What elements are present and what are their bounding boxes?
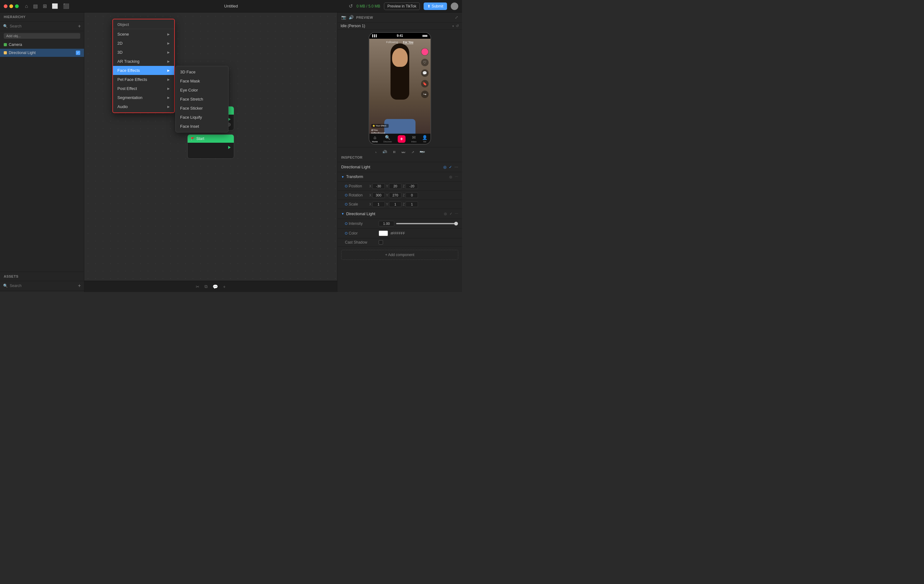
- for-you-tab[interactable]: For You: [403, 41, 413, 44]
- inspector-object-name: Directional Light: [341, 165, 441, 169]
- visible-toggle[interactable]: ◎: [443, 165, 446, 169]
- add-object-badge[interactable]: Add obj...: [4, 33, 80, 39]
- layers-icon[interactable]: ▤: [33, 3, 38, 9]
- color-swatch[interactable]: [379, 230, 388, 236]
- tiktok-me-nav[interactable]: 👤 Me: [422, 135, 427, 143]
- home-icon[interactable]: ⌂: [25, 3, 28, 9]
- transform-more-icon[interactable]: ⋯: [455, 175, 458, 179]
- tiktok-bookmark-btn[interactable]: 🔖: [421, 80, 429, 88]
- refresh-icon[interactable]: ↺: [349, 3, 353, 9]
- rotation-y-value[interactable]: 270: [389, 192, 401, 198]
- dir-light-visible-icon[interactable]: ◎: [444, 212, 447, 216]
- rotation-x-value[interactable]: 300: [373, 192, 385, 198]
- grid-icon[interactable]: ⊞: [43, 3, 47, 9]
- preview-in-tiktok-button[interactable]: Preview in TikTok: [384, 3, 420, 10]
- enable-check-icon[interactable]: ✓: [449, 165, 452, 169]
- tiktok-comment-btn[interactable]: 💬: [421, 69, 429, 77]
- hierarchy-add-button[interactable]: +: [78, 23, 81, 29]
- directional-light-section-header[interactable]: ▼ Directional Light ◎ ✓ ⋯: [337, 209, 462, 219]
- menu-item-2d[interactable]: 2D ▶: [113, 39, 174, 48]
- cast-shadow-checkbox[interactable]: [379, 240, 383, 245]
- transform-visible-icon[interactable]: ◎: [449, 175, 452, 179]
- menu-item-face-effects[interactable]: Face Effects ▶ 3D Face Face Mask Eye Col…: [113, 66, 174, 75]
- phone-time: 9:41: [397, 34, 403, 38]
- hierarchy-search-input[interactable]: [10, 24, 76, 28]
- intensity-control: 1.00: [379, 221, 458, 227]
- phone-container: ▌▌▌ 9:41 ▮▮▮▮ Following For You: [337, 30, 462, 147]
- intensity-slider[interactable]: [396, 223, 458, 224]
- dir-light-check-icon[interactable]: ✓: [449, 212, 452, 216]
- intensity-slider-fill: [396, 223, 458, 224]
- face-effects-arrow-icon: ▶: [167, 69, 170, 72]
- position-circle: [345, 185, 347, 187]
- position-z-value[interactable]: -20: [406, 183, 418, 189]
- start-node[interactable]: 🚩 Start: [187, 134, 234, 159]
- dir-light-more-icon[interactable]: ⋯: [455, 212, 458, 216]
- tiktok-creator-btn[interactable]: [421, 48, 429, 56]
- phone-content: Following For You ♡ 💬 🔖 ↪: [369, 39, 431, 144]
- preview-refresh-icon[interactable]: ↺: [456, 24, 459, 28]
- menu-item-3d[interactable]: 3D ▶: [113, 48, 174, 57]
- tiktok-inbox-nav[interactable]: ✉ Inbox: [411, 135, 416, 143]
- submenu-face-stretch[interactable]: Face Stretch: [176, 94, 228, 104]
- add-node-icon[interactable]: +: [223, 284, 225, 289]
- tiktok-share-btn[interactable]: ↪: [421, 91, 429, 98]
- directional-light-checkbox[interactable]: ✓: [76, 51, 80, 55]
- hierarchy-item-camera[interactable]: Camera: [0, 41, 84, 49]
- submenu-face-sticker[interactable]: Face Sticker: [176, 104, 228, 113]
- tiktok-create-btn[interactable]: +: [398, 135, 406, 143]
- speech-icon[interactable]: 💬: [213, 284, 218, 289]
- submenu-face-liquify[interactable]: Face Liquify: [176, 113, 228, 122]
- inspector-header: INSPECTOR: [337, 153, 462, 162]
- canvas-area[interactable]: Object Scene ▶ 2D ▶ 3D ▶ AR Tracking ▶: [84, 13, 337, 292]
- menu-item-segmentation[interactable]: Segmentation ▶: [113, 93, 174, 102]
- add-component-button[interactable]: + Add component: [341, 250, 458, 260]
- copy-icon[interactable]: ⧉: [205, 284, 208, 289]
- hierarchy-item-directional-light[interactable]: Directional Light ✓: [0, 49, 84, 57]
- menu-item-scene[interactable]: Scene ▶: [113, 30, 174, 39]
- expand-icon[interactable]: ⤢: [455, 15, 458, 20]
- user-avatar[interactable]: [451, 3, 458, 10]
- position-x-value[interactable]: -30: [373, 183, 385, 189]
- assets-add-button[interactable]: +: [78, 283, 81, 289]
- rotation-z-value[interactable]: 0: [406, 192, 418, 198]
- minimize-btn[interactable]: [9, 4, 13, 8]
- submenu-face-mask[interactable]: Face Mask: [176, 76, 228, 86]
- menu-item-post-effect[interactable]: Post Effect ▶: [113, 84, 174, 93]
- menu-item-ar-tracking[interactable]: AR Tracking ▶: [113, 57, 174, 66]
- submenu-3d-face[interactable]: 3D Face: [176, 68, 228, 76]
- tiktok-like-btn[interactable]: ♡: [421, 59, 429, 66]
- camera-icon: 📷: [341, 15, 346, 20]
- following-tab[interactable]: Following: [386, 41, 398, 44]
- inspector-more-icon[interactable]: ⋯: [454, 165, 458, 169]
- rotation-x: X 300: [369, 192, 385, 198]
- directional-light-dot: [4, 51, 7, 55]
- submenu-eye-color[interactable]: Eye Color: [176, 86, 228, 94]
- close-btn[interactable]: [4, 4, 8, 8]
- intensity-slider-thumb[interactable]: [454, 222, 458, 225]
- post-effect-arrow-icon: ▶: [167, 87, 170, 90]
- scissors-icon[interactable]: ✂: [196, 284, 200, 289]
- menu-item-audio[interactable]: Audio ▶: [113, 102, 174, 111]
- assets-search-input[interactable]: [10, 284, 76, 288]
- search-icon: 🔍: [3, 24, 8, 28]
- start-output-port: [228, 146, 231, 149]
- submenu-face-inset[interactable]: Face Inset: [176, 122, 228, 131]
- scene-arrow-icon: ▶: [167, 33, 170, 36]
- submit-button[interactable]: ⬆ Submit: [424, 3, 447, 10]
- canvas-bottom-controls: ✂ ⧉ 💬 +: [84, 281, 337, 292]
- maximize-btn[interactable]: [15, 4, 19, 8]
- rotation-z: Z 0: [403, 192, 418, 198]
- phone-icon[interactable]: ⬛: [63, 3, 69, 9]
- tiktok-discover-nav[interactable]: 🔍 Discover: [383, 135, 392, 143]
- scale-z-value[interactable]: 1: [406, 202, 418, 207]
- scale-y-value[interactable]: 1: [389, 202, 401, 207]
- position-y-value[interactable]: 20: [389, 183, 401, 189]
- transform-section-header[interactable]: ▼ Transform ◎ ⋯: [337, 172, 462, 182]
- menu-item-pet-face-effects[interactable]: Pet Face Effects ▶: [113, 75, 174, 84]
- intensity-value[interactable]: 1.00: [379, 221, 394, 227]
- canvas-icon[interactable]: ⬜: [52, 3, 58, 9]
- tiktok-home-nav[interactable]: ⌂ Home: [372, 135, 378, 143]
- scale-x-value[interactable]: 1: [373, 202, 385, 207]
- directional-light-label: Directional Light: [9, 51, 36, 55]
